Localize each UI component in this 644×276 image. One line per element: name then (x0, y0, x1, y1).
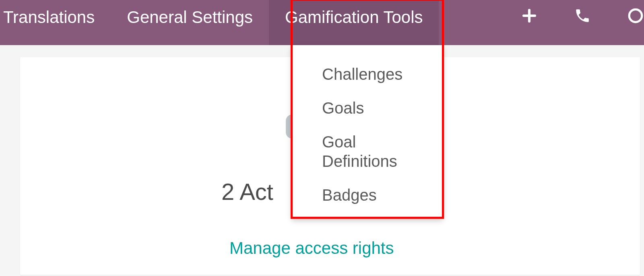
menu-label: General Settings (127, 6, 253, 29)
phone-button[interactable] (556, 0, 609, 45)
circle-icon (627, 7, 644, 28)
dropdown-label: Challenges (322, 65, 402, 83)
svg-point-2 (629, 9, 642, 22)
gamification-tools-dropdown: Challenges Goals Goal Definitions Badges (292, 45, 443, 218)
menu-label: Translations (3, 6, 95, 29)
topbar: Translations General Settings Gamificati… (0, 0, 644, 45)
menu-label: Gamification Tools (285, 6, 423, 29)
dropdown-item-goal-definitions[interactable]: Goal Definitions (292, 125, 443, 178)
partial-icon[interactable] (609, 0, 644, 45)
phone-icon (574, 7, 591, 28)
manage-access-rights-link[interactable]: Manage access rights (229, 239, 394, 258)
menu-general-settings[interactable]: General Settings (111, 0, 269, 45)
dropdown-label: Badges (322, 186, 377, 204)
dropdown-item-goals[interactable]: Goals (292, 91, 443, 125)
record-count-text: 2 Act (221, 178, 273, 205)
new-button[interactable] (503, 0, 556, 45)
plus-icon (521, 7, 538, 28)
dropdown-item-badges[interactable]: Badges (292, 178, 443, 212)
dropdown-label: Goal Definitions (322, 133, 397, 170)
menu-translations[interactable]: Translations (0, 0, 111, 45)
dropdown-item-challenges[interactable]: Challenges (292, 57, 443, 91)
menu-gamification-tools[interactable]: Gamification Tools (269, 0, 439, 45)
dropdown-label: Goals (322, 99, 364, 117)
